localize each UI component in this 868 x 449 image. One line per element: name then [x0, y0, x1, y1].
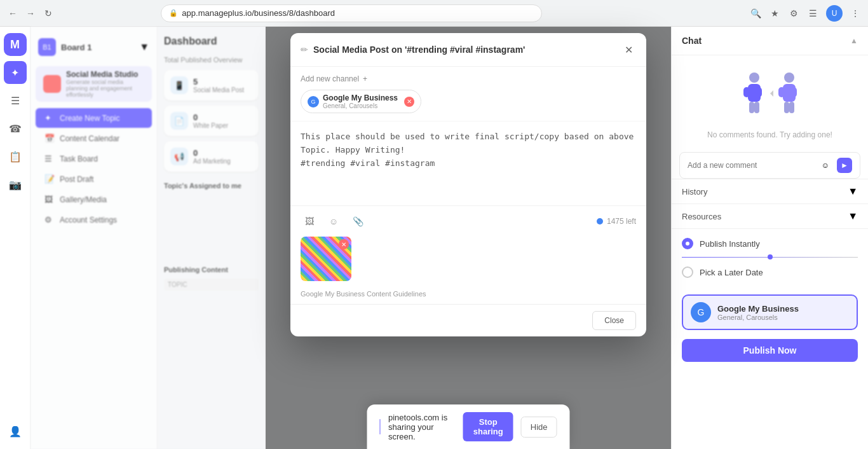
extensions-icon[interactable]: ⚙ [788, 7, 801, 20]
history-chevron-icon: ▼ [848, 186, 858, 197]
white-paper-info: 0 White Paper [193, 113, 228, 129]
dashboard-card-social[interactable]: 📱 5 Social Media Post [164, 70, 259, 100]
emoji-tool[interactable]: ☺ [325, 212, 342, 230]
hide-button[interactable]: Hide [521, 417, 557, 438]
sidebar-item-create-topic[interactable]: ✦ Create New Topic [36, 108, 152, 128]
reload-button[interactable]: ↻ [42, 7, 55, 20]
browser-actions: 🔍 ★ ⚙ ☰ U ⋮ [750, 5, 862, 22]
social-card-info: 5 Social Media Post [193, 77, 244, 93]
sidebar-item-task-board[interactable]: ☰ Task Board [36, 149, 152, 169]
sidebar-item-gallery[interactable]: 🖼 Gallery/Media [36, 190, 152, 209]
brand-info: Social Media Studio Generate social medi… [66, 70, 144, 98]
topics-title: Topic's Assigned to me [164, 182, 259, 190]
back-button[interactable]: ← [6, 7, 19, 20]
history-section[interactable]: History ▼ [672, 179, 868, 204]
nav-icon-active[interactable]: ✦ [4, 61, 27, 84]
brand-desc: Generate social media planning and engag… [66, 79, 144, 98]
close-button[interactable]: Close [592, 311, 636, 330]
white-paper-label: White Paper [193, 122, 228, 129]
count-badge [597, 218, 603, 224]
workspace-name: Board 1 [61, 43, 134, 52]
white-paper-icon: 📄 [170, 112, 188, 130]
publish-now-button[interactable]: Publish Now [682, 339, 858, 362]
svg-rect-5 [754, 102, 759, 113]
dashboard-card-ad[interactable]: 📢 0 Ad Marketing [164, 141, 259, 172]
ad-info: 0 Ad Marketing [193, 148, 231, 165]
dashboard-title: Dashboard [164, 36, 259, 47]
image-tool[interactable]: 🖼 [301, 212, 318, 230]
char-count-text: 1475 left [607, 217, 636, 226]
add-channel-label: Add new channel [301, 74, 359, 83]
sidebar-toggle-icon[interactable]: ☰ [807, 7, 820, 20]
add-channel-button[interactable]: Add new channel + [301, 74, 636, 83]
chat-empty-state: No comments found. Try adding one! [672, 55, 868, 152]
screen-sharing-bar: pinetools.com is sharing your screen. St… [367, 404, 570, 449]
url-text: app.manageplus.io/business/8/dashboard [182, 8, 335, 18]
channel-section: Add new channel + G Google My Business G… [290, 67, 646, 121]
svg-rect-10 [784, 102, 789, 113]
sidebar-item-post-draft[interactable]: 📝 Post Draft [36, 169, 152, 189]
divider-dot [768, 254, 773, 259]
forward-button[interactable]: → [24, 7, 37, 20]
svg-rect-4 [749, 102, 754, 113]
edit-icon: ✏ [301, 45, 308, 55]
post-textarea[interactable]: This place should be used to write final… [301, 130, 636, 194]
app-layout: M ✦ ☰ ☎ 📋 📷 👤 B1 Board 1 ▼ Social Media … [0, 27, 868, 449]
publish-instantly-radio[interactable] [682, 238, 693, 249]
dashboard-card-white-paper[interactable]: 📄 0 White Paper [164, 106, 259, 136]
brand-icon[interactable]: M [4, 33, 27, 56]
search-icon[interactable]: 🔍 [750, 7, 763, 20]
publishing-section: Publishing Content TOPIC [164, 266, 259, 291]
channel-tag-info: Google My Business General, Carousels [323, 93, 398, 109]
guidelines-label: Google My Business Content Guidelines [301, 290, 426, 298]
attach-tool[interactable]: 📎 [349, 212, 367, 230]
pick-later-radio[interactable] [682, 266, 693, 278]
channel-publish-sub: General, Carousels [717, 314, 799, 321]
char-count: 1475 left [597, 217, 636, 226]
send-button[interactable]: ► [837, 158, 852, 173]
history-label: History [682, 187, 848, 197]
brand-section: Social Media Studio Generate social medi… [36, 66, 152, 102]
sharing-message: pinetools.com is sharing your screen. [388, 413, 456, 441]
publish-instantly-option[interactable]: Publish Instantly [682, 238, 858, 249]
channel-type: General, Carousels [323, 102, 398, 109]
nav-icon-4[interactable]: 📋 [4, 145, 27, 168]
channel-tag[interactable]: G Google My Business General, Carousels … [301, 90, 421, 113]
sidebar-item-content-calendar[interactable]: 📅 Content Calendar [36, 128, 152, 148]
emoji-icon[interactable]: ☺ [818, 158, 833, 173]
pick-later-option[interactable]: Pick a Later Date [682, 266, 858, 278]
svg-rect-8 [778, 87, 785, 97]
workspace-expand-icon: ▼ [139, 41, 149, 53]
white-paper-count: 0 [193, 113, 228, 122]
left-sidebar: B1 Board 1 ▼ Social Media Studio Generat… [31, 27, 158, 449]
ad-icon: 📢 [170, 148, 188, 165]
url-bar[interactable]: 🔒 app.manageplus.io/business/8/dashboard [161, 4, 542, 22]
svg-rect-11 [789, 102, 794, 113]
sidebar-item-label-1: Content Calendar [60, 134, 119, 143]
svg-rect-2 [743, 87, 750, 97]
resources-section[interactable]: Resources ▼ [672, 204, 868, 229]
sidebar-item-label-3: Post Draft [60, 175, 93, 184]
comment-input[interactable] [688, 161, 814, 170]
nav-icon-bottom[interactable]: 👤 [4, 420, 27, 443]
nav-icon-2[interactable]: ☰ [4, 89, 27, 112]
bookmark-icon[interactable]: ★ [769, 7, 782, 20]
dashboard-panel: Dashboard Total Published Overview 📱 5 S… [158, 27, 266, 449]
workspace-icon: B1 [38, 38, 56, 56]
ad-label: Ad Marketing [193, 158, 231, 165]
stop-sharing-button[interactable]: Stop sharing [463, 412, 513, 441]
sidebar-item-settings[interactable]: ⚙ Account Settings [36, 210, 152, 230]
channel-remove-button[interactable]: ✕ [404, 97, 414, 107]
user-avatar[interactable]: U [826, 5, 843, 22]
channel-publish-card[interactable]: G Google My Business General, Carousels [682, 294, 858, 330]
menu-icon[interactable]: ⋮ [849, 7, 862, 20]
chat-collapse-icon[interactable]: ▲ [850, 36, 858, 45]
nav-icon-5[interactable]: 📷 [4, 173, 27, 196]
publish-instantly-label: Publish Instantly [700, 239, 760, 249]
nav-icon-3[interactable]: ☎ [4, 117, 27, 140]
calendar-icon: 📅 [44, 134, 55, 143]
image-remove-button[interactable]: ✕ [339, 239, 349, 249]
image-thumbnail[interactable]: ✕ [301, 237, 351, 281]
modal-close-button[interactable]: ✕ [621, 42, 636, 57]
workspace-header[interactable]: B1 Board 1 ▼ [31, 34, 157, 60]
